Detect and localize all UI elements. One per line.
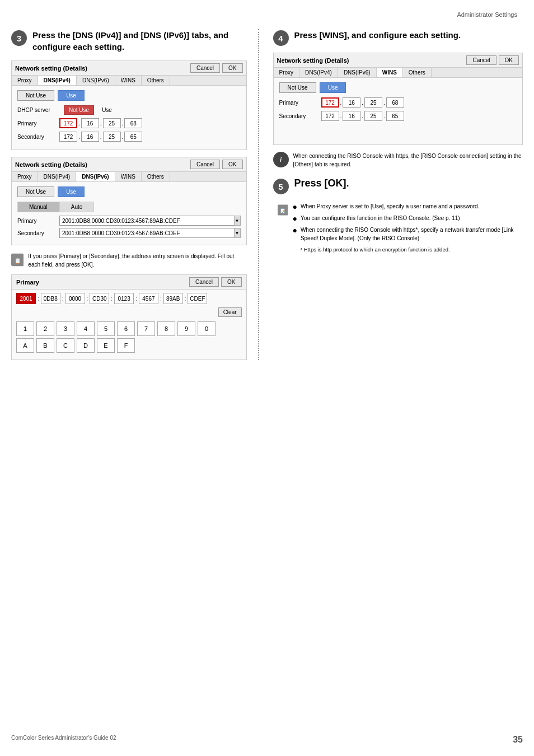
step3-circle: 3: [11, 30, 27, 46]
panel2-content: Not Use Use Manual Auto Primary ▼: [12, 182, 246, 245]
panel1-tab-others[interactable]: Others: [142, 76, 170, 85]
panel1-header: Network setting (Details) Cancel OK: [12, 61, 246, 76]
panel2-tab-proxy[interactable]: Proxy: [12, 172, 38, 181]
wins-tab-others[interactable]: Others: [403, 68, 432, 77]
key-5[interactable]: 5: [97, 321, 115, 336]
primary-ok-button[interactable]: OK: [221, 277, 241, 287]
panel2-secondary-ipv6[interactable]: [59, 228, 241, 238]
primary-cancel-button[interactable]: Cancel: [189, 277, 219, 287]
panel1-tab-wins[interactable]: WINS: [115, 76, 142, 85]
key-4[interactable]: 4: [77, 321, 95, 336]
panel1-tab-dns6[interactable]: DNS(IPv6): [77, 76, 115, 85]
panel2-header: Network setting (Details) Cancel OK: [12, 157, 246, 172]
hex-field-0[interactable]: [16, 293, 36, 304]
wins-secondary-row: Secondary . . .: [279, 111, 517, 121]
wins-panel-title: Network setting (Details): [277, 57, 349, 64]
panel2-toggle: Not Use Use: [17, 186, 241, 197]
panel1-tab-dns4[interactable]: DNS(IPv4): [38, 76, 77, 85]
hex-field-4[interactable]: [114, 293, 134, 304]
panel1-primary-ip4[interactable]: [124, 118, 142, 128]
panel1-secondary-ip3[interactable]: [103, 132, 121, 142]
panel1-cancel-button[interactable]: Cancel: [190, 63, 220, 73]
wins-primary-ip: . . .: [321, 97, 404, 108]
hex-field-6[interactable]: [163, 293, 183, 304]
key-0[interactable]: 0: [198, 321, 216, 336]
hex-field-5[interactable]: [139, 293, 158, 304]
wins-panel-content: Not Use Use Primary . . .: [274, 78, 522, 144]
step5-notes: 📝 ● When Proxy server is set to [Use], s…: [273, 202, 523, 253]
wins-primary-label: Primary: [279, 100, 321, 106]
wins-primary-ip4[interactable]: [386, 97, 404, 108]
step4-header: 4 Press [WINS], and configure each setti…: [273, 29, 523, 46]
panel1-primary-label: Primary: [17, 120, 59, 127]
panel1-primary-ip1[interactable]: [59, 118, 77, 128]
wins-primary-ip3[interactable]: [364, 97, 382, 108]
key-3[interactable]: 3: [57, 321, 74, 336]
panel1-secondary-ip2[interactable]: [81, 132, 99, 142]
wins-tab-dns4[interactable]: DNS(IPv4): [299, 68, 338, 77]
key-f[interactable]: F: [117, 338, 135, 353]
page-number: 35: [513, 735, 523, 745]
panel2-primary-input-wrap: ▼: [59, 216, 241, 226]
panel1-dhcp-label: DHCP server: [17, 107, 59, 113]
key-6[interactable]: 6: [117, 321, 135, 336]
panel2-tab-others[interactable]: Others: [142, 172, 170, 181]
wins-secondary-ip4[interactable]: [386, 111, 404, 121]
wins-secondary-ip2[interactable]: [343, 111, 360, 121]
wins-tab-dns6[interactable]: DNS(IPv6): [338, 68, 377, 77]
panel2-primary-ipv6[interactable]: [59, 216, 241, 226]
panel2-cancel-button[interactable]: Cancel: [190, 160, 220, 169]
panel2-not-use-btn[interactable]: Not Use: [17, 186, 54, 197]
panel2-ok-button[interactable]: OK: [222, 160, 242, 169]
panel1-ok-button[interactable]: OK: [222, 63, 242, 73]
panel1-primary-ip2[interactable]: [81, 118, 99, 128]
key-1[interactable]: 1: [16, 321, 34, 336]
wins-not-use-btn[interactable]: Not Use: [279, 82, 316, 93]
key-a[interactable]: A: [16, 338, 34, 353]
wins-primary-ip1[interactable]: [321, 97, 339, 108]
panel1-secondary-ip1[interactable]: [59, 132, 77, 142]
wins-secondary-ip1[interactable]: [321, 111, 339, 121]
key-9[interactable]: 9: [177, 321, 195, 336]
key-7[interactable]: 7: [137, 321, 155, 336]
panel1-buttons: Cancel OK: [190, 63, 243, 73]
key-c[interactable]: C: [57, 338, 74, 353]
wins-tab-wins[interactable]: WINS: [377, 68, 403, 77]
panel2-tab-wins[interactable]: WINS: [115, 172, 142, 181]
key-8[interactable]: 8: [157, 321, 175, 336]
panel1-tab-proxy[interactable]: Proxy: [12, 76, 38, 85]
key-2[interactable]: 2: [36, 321, 54, 336]
footer-series: ComColor Series Administrator's Guide 02: [11, 735, 116, 745]
panel2-use-btn[interactable]: Use: [58, 186, 85, 197]
panel1-secondary-row: Secondary . . .: [17, 132, 241, 142]
hex-field-2[interactable]: [65, 293, 85, 304]
panel2-tab-dns6[interactable]: DNS(IPv6): [76, 172, 115, 181]
panel2-auto-tab[interactable]: Auto: [59, 202, 95, 212]
key-d[interactable]: D: [77, 338, 95, 353]
wins-secondary-ip3[interactable]: [364, 111, 382, 121]
hex-field-3[interactable]: [90, 293, 109, 304]
wins-tab-proxy[interactable]: Proxy: [274, 68, 300, 77]
panel2-secondary-label: Secondary: [17, 230, 59, 236]
panel2-manual-auto: Manual Auto: [17, 202, 241, 212]
panel1-secondary-ip4[interactable]: [124, 132, 142, 142]
wins-ok-button[interactable]: OK: [499, 55, 519, 65]
panel1-primary-ip3[interactable]: [103, 118, 121, 128]
note-list-icon: 📝: [278, 202, 288, 218]
clear-button[interactable]: Clear: [218, 307, 242, 317]
panel2-manual-tab[interactable]: Manual: [17, 202, 59, 212]
wins-panel: Network setting (Details) Cancel OK Prox…: [273, 53, 523, 145]
wins-primary-ip2[interactable]: [343, 97, 360, 108]
keypad: 1 2 3 4 5 6 7 8 9 0 A B C: [12, 319, 246, 360]
key-e[interactable]: E: [97, 338, 115, 353]
panel1-use-btn[interactable]: Use: [58, 90, 85, 101]
key-b[interactable]: B: [36, 338, 54, 353]
panel2-primary-label: Primary: [17, 218, 59, 224]
hex-field-7[interactable]: [188, 293, 207, 304]
step3-note: 📋 If you press [Primary] or [Secondary],…: [11, 252, 247, 269]
hex-field-1[interactable]: [41, 293, 60, 304]
panel2-tab-dns4[interactable]: DNS(IPv4): [38, 172, 77, 181]
wins-cancel-button[interactable]: Cancel: [466, 55, 496, 65]
panel1-not-use-btn[interactable]: Not Use: [17, 90, 54, 101]
wins-use-btn[interactable]: Use: [320, 82, 346, 93]
